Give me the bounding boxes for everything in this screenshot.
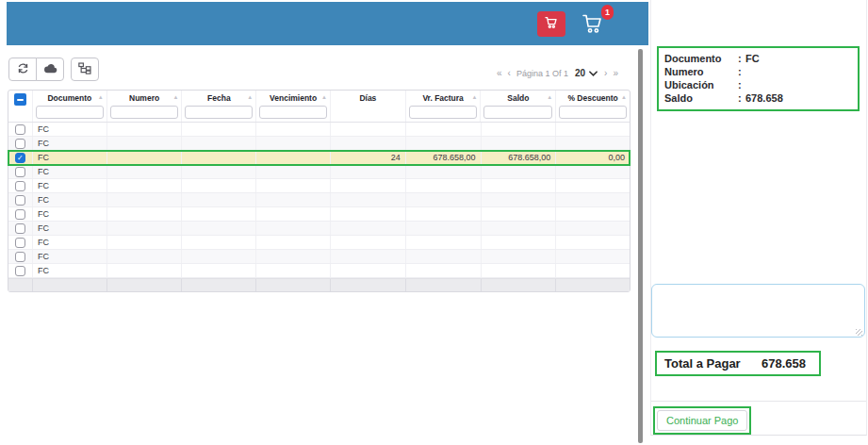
cell-numero [107,137,183,150]
sort-icon[interactable]: ▲ [98,94,104,100]
column-label: % Descuento [567,93,617,103]
checkbox-cell [8,123,33,136]
textarea-resize-handle[interactable] [856,329,862,336]
row-checkbox[interactable] [15,238,25,248]
refresh-button[interactable] [8,58,37,81]
row-checkbox[interactable] [15,252,25,262]
table-row[interactable]: FC [8,179,630,193]
cell-numero [107,151,183,164]
cell-dias [331,207,406,221]
payment-detail-panel: Documento : FC Numero : Ubicación : Sald… [650,0,867,436]
cart-action-button[interactable] [537,11,565,37]
cell-fecha [182,207,256,221]
cell-dias [331,236,406,249]
cell-numero [107,123,183,136]
filter-input-vencimiento[interactable] [259,106,327,119]
filter-input-vr_factura[interactable] [409,106,478,119]
cell-dias: 24 [331,151,406,164]
cell-numero [107,179,183,192]
checkbox-cell [8,165,33,178]
table-body: FCFC✓FC24678.658,00678.658,000,00FCFCFCF… [8,123,630,278]
cart-button[interactable]: 1 [581,12,605,35]
row-checkbox[interactable] [15,266,25,276]
total-box: Total a Pagar 678.658 [655,351,821,376]
row-checkbox[interactable] [15,209,25,220]
cell-vr_factura [406,207,482,221]
cell-vencimiento [256,222,331,235]
filter-input-descuento[interactable] [559,106,627,119]
prev-page-icon[interactable]: ‹ [508,68,510,78]
sort-icon[interactable]: ▲ [621,94,627,100]
next-page-icon[interactable]: › [604,68,606,78]
table-row[interactable]: FC [8,222,630,236]
cell-documento: FC [33,236,107,249]
cell-saldo [482,207,557,221]
table-row[interactable]: FC [8,264,630,278]
table-row[interactable]: FC [8,137,630,151]
main-panel: 1 [7,2,648,443]
row-checkbox[interactable] [15,195,25,206]
checkbox-cell [8,207,33,221]
cell-documento: FC [33,193,107,206]
table-row[interactable]: FC [8,193,630,207]
column-label: Numero [129,93,159,103]
cell-fecha [182,250,256,263]
cell-saldo [482,236,557,249]
footer-cell [182,279,256,291]
filter-input-numero[interactable] [110,106,179,119]
field-label: Documento [664,52,738,65]
first-page-icon[interactable]: « [497,68,501,78]
last-page-icon[interactable]: » [613,68,617,78]
cell-vr_factura: 678.658,00 [406,151,482,164]
table-header: Documento▲Numero▲Fecha▲Vencimiento▲DíasV… [8,91,630,123]
row-checkbox[interactable]: ✓ [15,153,25,163]
cell-dias [331,137,406,150]
cell-saldo [482,264,557,277]
footer-cell [256,279,331,291]
filter-input-documento[interactable] [36,106,104,119]
row-checkbox[interactable] [15,223,25,234]
cell-saldo [482,165,557,178]
column-header-saldo: Saldo▲ [481,91,556,122]
vertical-scrollbar[interactable] [638,49,643,443]
column-label: Vr. Factura [422,93,463,103]
filter-input-fecha[interactable] [185,106,253,119]
cell-descuento [556,179,630,192]
checkbox-cell [8,236,33,249]
cell-documento: FC [33,165,107,178]
cell-dias [331,165,406,178]
table-row[interactable]: FC [8,165,630,179]
row-checkbox[interactable] [15,167,25,177]
info-field-saldo: Saldo : 678.658 [664,91,852,105]
cell-descuento [556,264,630,277]
footer-cell [33,279,107,291]
cell-dias [331,222,406,235]
sort-icon[interactable]: ▲ [247,94,253,100]
cell-documento: FC [33,207,107,221]
tree-view-button[interactable] [71,58,99,81]
table-row[interactable]: FC [8,207,630,222]
table-row[interactable]: FC [8,236,630,250]
sort-icon[interactable]: ▲ [321,94,327,100]
table-row[interactable]: FC [8,123,630,137]
continue-payment-button[interactable]: Continuar Pago [657,410,747,431]
table-toolbar [8,58,99,81]
table-row[interactable]: FC [8,250,630,264]
row-checkbox[interactable] [15,139,25,149]
checkbox-cell [8,264,33,277]
row-checkbox[interactable] [15,124,25,135]
row-checkbox[interactable] [15,181,25,191]
cell-vr_factura [406,264,482,277]
cell-documento: FC [33,264,107,277]
filter-input-saldo[interactable] [483,106,552,119]
sort-icon[interactable]: ▲ [547,94,552,100]
page-size-select[interactable]: 20 [575,68,598,78]
sort-icon[interactable]: ▲ [173,94,179,100]
sort-icon[interactable]: ▲ [472,94,478,100]
select-all-checkbox[interactable] [14,93,26,106]
cell-vr_factura [406,193,482,206]
table-row[interactable]: ✓FC24678.658,00678.658,000,00 [8,151,630,165]
field-value: 678.658 [745,91,783,105]
download-button[interactable] [36,58,64,81]
notes-textarea[interactable] [651,284,865,338]
